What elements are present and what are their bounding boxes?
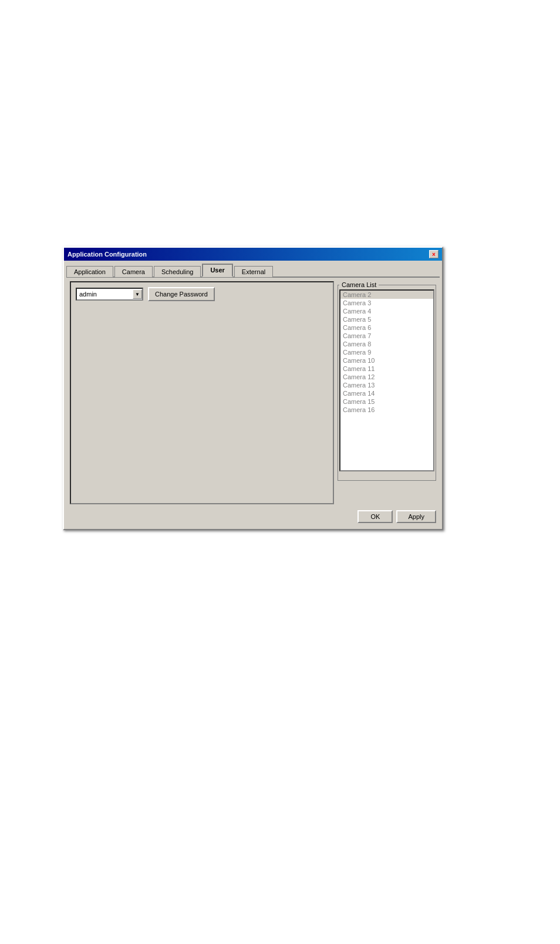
dialog-content: Application Camera Scheduling User Exter… (64, 261, 442, 529)
user-select-wrapper: admin ▼ (76, 288, 143, 301)
list-item[interactable]: Camera 5 (340, 315, 433, 323)
dialog-title: Application Configuration (68, 251, 147, 258)
list-item[interactable]: Camera 3 (340, 299, 433, 307)
list-item[interactable]: Camera 12 (340, 373, 433, 381)
tab-application[interactable]: Application (66, 266, 113, 277)
list-item[interactable]: Camera 4 (340, 307, 433, 315)
user-row: admin ▼ Change Password (76, 287, 328, 301)
camera-list-legend: Camera List (339, 281, 379, 288)
bottom-buttons: OK Apply (66, 508, 440, 527)
list-item[interactable]: Camera 16 (340, 406, 433, 414)
tab-external[interactable]: External (234, 266, 273, 277)
user-select[interactable]: admin (76, 288, 143, 301)
list-item[interactable]: Camera 13 (340, 381, 433, 389)
list-item[interactable]: Camera 11 (340, 365, 433, 373)
ok-button[interactable]: OK (357, 510, 393, 523)
tab-user[interactable]: User (202, 264, 232, 277)
dialog-titlebar: Application Configuration × (64, 248, 442, 261)
list-item[interactable]: Camera 15 (340, 397, 433, 406)
list-item[interactable]: Camera 7 (340, 332, 433, 340)
tab-scheduling[interactable]: Scheduling (154, 266, 201, 277)
change-password-button[interactable]: Change Password (148, 287, 215, 301)
tab-camera[interactable]: Camera (114, 266, 153, 277)
list-item[interactable]: Camera 10 (340, 356, 433, 365)
tabs-row: Application Camera Scheduling User Exter… (66, 263, 440, 278)
list-item[interactable]: Camera 6 (340, 323, 433, 332)
camera-list-fieldset: Camera List Camera 2 Camera 3 Camera 4 C… (338, 281, 436, 481)
apply-button[interactable]: Apply (396, 510, 436, 523)
list-item[interactable]: Camera 8 (340, 340, 433, 348)
camera-list-box[interactable]: Camera 2 Camera 3 Camera 4 Camera 5 Came… (339, 289, 434, 471)
right-panel: Camera List Camera 2 Camera 3 Camera 4 C… (338, 281, 436, 504)
list-item[interactable]: Camera 14 (340, 389, 433, 397)
main-area: admin ▼ Change Password Camera List Came… (66, 278, 440, 508)
left-panel: admin ▼ Change Password (70, 281, 334, 504)
close-button[interactable]: × (429, 250, 438, 258)
list-item[interactable]: Camera 2 (340, 291, 433, 299)
list-item[interactable]: Camera 9 (340, 348, 433, 356)
application-configuration-dialog: Application Configuration × Application … (63, 247, 443, 530)
